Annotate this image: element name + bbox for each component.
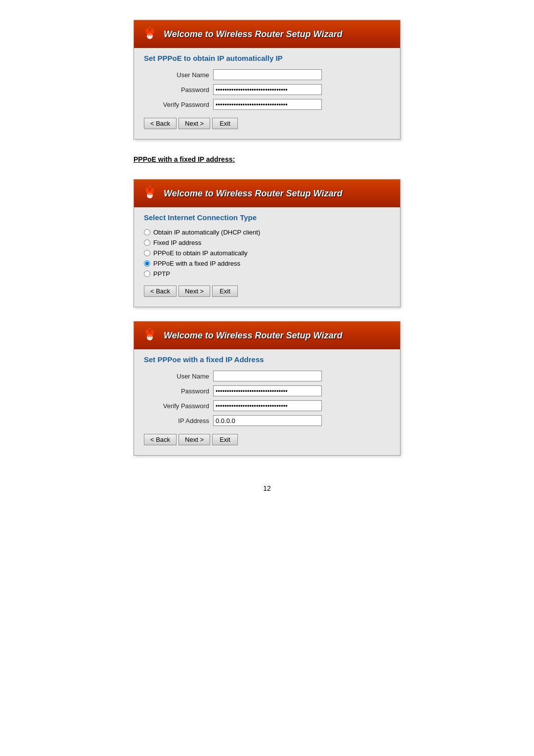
password-input-1[interactable]: [213, 84, 322, 95]
radio-option-pppoe-auto: PPPoE to obtain IP automatically: [144, 249, 390, 257]
wizard-logo-icon: [141, 25, 159, 43]
back-button-1[interactable]: < Back: [144, 118, 177, 129]
verify-password-label-1: Verify Password: [144, 101, 213, 108]
username-input-1[interactable]: [213, 69, 322, 80]
password-label-3: Password: [144, 387, 213, 395]
password-row-3: Password: [144, 385, 390, 396]
wizard-header-3: Welcome to Wireless Router Setup Wizard: [134, 322, 400, 349]
verify-password-input-3[interactable]: [213, 400, 322, 411]
wizard-title-2: Welcome to Wireless Router Setup Wizard: [164, 189, 342, 199]
button-row-1: < Back Next > Exit: [144, 118, 390, 129]
exit-button-1[interactable]: Exit: [212, 118, 238, 129]
wizard-logo-icon-2: [141, 185, 159, 202]
wizard-body-1: Set PPPoE to obtain IP automatically IP …: [134, 48, 400, 139]
radio-fixed-label: Fixed IP address: [153, 239, 201, 246]
section-label: PPPoE with a fixed IP address:: [134, 155, 400, 163]
radio-pppoe-auto[interactable]: [144, 250, 150, 256]
verify-password-row-1: Verify Password: [144, 99, 390, 110]
exit-button-2[interactable]: Exit: [212, 285, 238, 297]
exit-button-3[interactable]: Exit: [212, 434, 238, 445]
radio-option-pppoe-fixed: PPPoE with a fixed IP address: [144, 260, 390, 267]
wizard-title-3: Welcome to Wireless Router Setup Wizard: [164, 331, 342, 341]
wizard-body-3: Set PPPoe with a fixed IP Address User N…: [134, 349, 400, 455]
ip-address-input[interactable]: [213, 415, 322, 426]
verify-password-input-1[interactable]: [213, 99, 322, 110]
back-button-3[interactable]: < Back: [144, 434, 177, 445]
next-button-3[interactable]: Next >: [178, 434, 210, 445]
username-label-1: User Name: [144, 71, 213, 79]
wizard-body-2: Select Internet Connection Type Obtain I…: [134, 207, 400, 307]
wizard-logo-icon-3: [141, 327, 159, 344]
username-row-3: User Name: [144, 371, 390, 381]
page-number: 12: [263, 484, 271, 492]
button-row-2: < Back Next > Exit: [144, 285, 390, 297]
next-button-1[interactable]: Next >: [178, 118, 210, 129]
radio-pptp[interactable]: [144, 271, 150, 277]
password-label-1: Password: [144, 86, 213, 94]
password-input-3[interactable]: [213, 385, 322, 396]
radio-pppoe-auto-label: PPPoE to obtain IP automatically: [153, 249, 248, 257]
password-row-1: Password: [144, 84, 390, 95]
radio-pppoe-fixed[interactable]: [144, 260, 150, 267]
username-input-3[interactable]: [213, 371, 322, 381]
page-container: Welcome to Wireless Router Setup Wizard …: [79, 20, 455, 492]
radio-dhcp-label: Obtain IP automatically (DHCP client): [153, 229, 260, 236]
username-label-3: User Name: [144, 373, 213, 380]
ip-address-label: IP Address: [144, 417, 213, 425]
verify-password-row-3: Verify Password: [144, 400, 390, 411]
wizard-card-3: Welcome to Wireless Router Setup Wizard …: [134, 321, 400, 456]
wizard-header-2: Welcome to Wireless Router Setup Wizard: [134, 180, 400, 207]
wizard-card-1: Welcome to Wireless Router Setup Wizard …: [134, 20, 400, 140]
radio-option-fixed: Fixed IP address: [144, 239, 390, 246]
section-title-2: Select Internet Connection Type: [144, 213, 390, 222]
wizard-card-2: Welcome to Wireless Router Setup Wizard …: [134, 179, 400, 307]
section-title-3: Set PPPoe with a fixed IP Address: [144, 355, 390, 364]
radio-fixed[interactable]: [144, 239, 150, 246]
radio-dhcp[interactable]: [144, 229, 150, 236]
ip-address-row: IP Address: [144, 415, 390, 426]
radio-option-pptp: PPTP: [144, 270, 390, 278]
username-row-1: User Name: [144, 69, 390, 80]
section-title-1: Set PPPoE to obtain IP automatically IP: [144, 54, 390, 62]
radio-pptp-label: PPTP: [153, 270, 170, 278]
radio-pppoe-fixed-label: PPPoE with a fixed IP address: [153, 260, 240, 267]
verify-password-label-3: Verify Password: [144, 402, 213, 410]
wizard-title-1: Welcome to Wireless Router Setup Wizard: [164, 29, 342, 40]
next-button-2[interactable]: Next >: [178, 285, 210, 297]
back-button-2[interactable]: < Back: [144, 285, 177, 297]
button-row-3: < Back Next > Exit: [144, 434, 390, 445]
radio-option-dhcp: Obtain IP automatically (DHCP client): [144, 229, 390, 236]
wizard-header-1: Welcome to Wireless Router Setup Wizard: [134, 20, 400, 48]
